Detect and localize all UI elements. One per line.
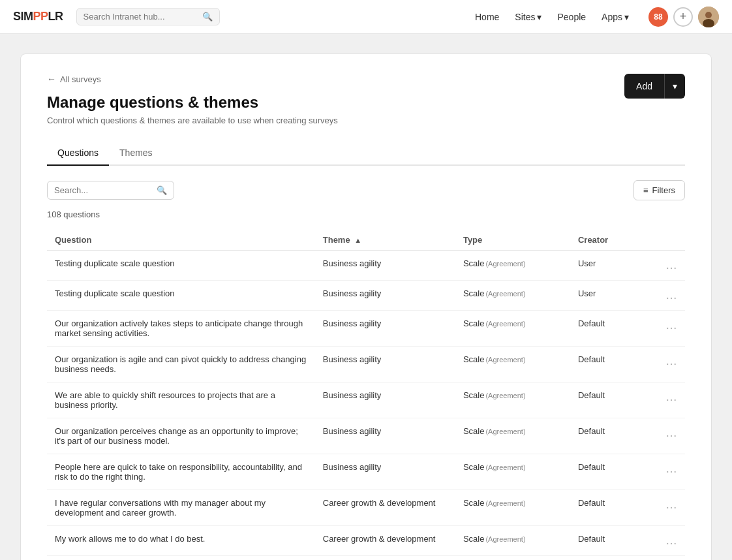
cell-type-2: Scale(Agreement) (455, 311, 570, 347)
table-row: We are able to quickly shift resources t… (47, 382, 685, 418)
col-header-creator: Creator (570, 230, 647, 251)
table-row: Testing duplicate scale question Busines… (47, 251, 685, 281)
theme-sort-icon: ▲ (354, 236, 361, 244)
row-actions-3[interactable]: … (647, 347, 685, 382)
cell-question-8: My work allows me to do what I do best. (47, 526, 315, 556)
cell-type-3: Scale(Agreement) (455, 347, 570, 382)
cell-question-2: Our organization actively takes steps to… (47, 311, 315, 347)
cell-question-5: Our organization perceives change as an … (47, 418, 315, 454)
toolbar: 🔍 ≡ Filters (47, 180, 685, 200)
table-row: My work allows me to do what I do best. … (47, 526, 685, 556)
nav-sites[interactable]: Sites ▾ (508, 8, 548, 26)
cell-type-6: Scale(Agreement) (455, 454, 570, 490)
cell-type-1: Scale(Agreement) (455, 281, 570, 311)
cell-type-0: Scale(Agreement) (455, 251, 570, 281)
cell-question-7: I have regular conversations with my man… (47, 490, 315, 526)
notifications-badge[interactable]: 88 (648, 7, 668, 27)
cell-creator-8: Default (570, 526, 647, 556)
cell-theme-7: Career growth & development (315, 490, 455, 526)
table-header-row: Question Theme ▲ Type Creator (47, 230, 685, 251)
svg-point-1 (705, 12, 712, 18)
questions-table: Question Theme ▲ Type Creator Testing du… (47, 230, 685, 560)
add-button[interactable]: Add ▾ (624, 74, 685, 99)
cell-theme-5: Business agility (315, 418, 455, 454)
cell-theme-8: Career growth & development (315, 526, 455, 556)
cell-type-8: Scale(Agreement) (455, 526, 570, 556)
cell-creator-6: Default (570, 454, 647, 490)
add-button-label: Add (624, 81, 664, 91)
cell-theme-3: Business agility (315, 347, 455, 382)
search-icon: 🔍 (157, 185, 167, 195)
cell-question-3: Our organization is agile and can pivot … (47, 347, 315, 382)
row-actions-9[interactable]: … (647, 556, 685, 561)
nav-people[interactable]: People (551, 8, 592, 26)
question-count: 108 questions (47, 210, 685, 219)
cell-question-1: Testing duplicate scale question (47, 281, 315, 311)
cell-question-0: Testing duplicate scale question (47, 251, 315, 281)
row-actions-0[interactable]: … (647, 251, 685, 281)
cell-question-4: We are able to quickly shift resources t… (47, 382, 315, 418)
row-actions-6[interactable]: … (647, 454, 685, 490)
breadcrumb[interactable]: ← All surveys (47, 74, 338, 84)
row-actions-4[interactable]: … (647, 382, 685, 418)
row-actions-1[interactable]: … (647, 281, 685, 311)
table-row: I have regular conversations with my man… (47, 490, 685, 526)
cell-type-4: Scale(Agreement) (455, 382, 570, 418)
apps-caret-icon: ▾ (624, 12, 629, 22)
create-button[interactable]: + (673, 7, 693, 27)
col-header-theme[interactable]: Theme ▲ (315, 230, 455, 251)
cell-type-7: Scale(Agreement) (455, 490, 570, 526)
table-row: I am satisfied with the learning and dev… (47, 556, 685, 561)
row-actions-2[interactable]: … (647, 311, 685, 347)
cell-creator-4: Default (570, 382, 647, 418)
col-header-actions (647, 230, 685, 251)
page-title: Manage questions & themes (47, 93, 338, 112)
row-actions-5[interactable]: … (647, 418, 685, 454)
col-header-question: Question (47, 230, 315, 251)
logo[interactable]: SIMPPLR (13, 10, 63, 23)
cell-question-6: People here are quick to take on respons… (47, 454, 315, 490)
topnav-actions: 88 + (648, 7, 719, 27)
user-avatar[interactable] (698, 7, 719, 27)
cell-theme-2: Business agility (315, 311, 455, 347)
tabs-container: Questions Themes (47, 141, 685, 166)
breadcrumb-arrow-icon: ← (47, 74, 56, 84)
topnav-search-icon: 🔍 (202, 12, 213, 22)
header-actions: Add ▾ (624, 74, 685, 99)
search-input[interactable] (54, 185, 151, 195)
topnav: SIMPPLR 🔍 Home Sites ▾ People Apps ▾ 88 … (0, 0, 732, 34)
cell-creator-0: User (570, 251, 647, 281)
table-row: Our organization actively takes steps to… (47, 311, 685, 347)
cell-creator-9: Default (570, 556, 647, 561)
nav-home[interactable]: Home (468, 8, 506, 26)
add-button-caret-icon: ▾ (665, 81, 685, 91)
cell-theme-4: Business agility (315, 382, 455, 418)
filters-label: Filters (652, 185, 675, 195)
filters-button[interactable]: ≡ Filters (633, 180, 685, 200)
cell-theme-0: Business agility (315, 251, 455, 281)
nav-apps[interactable]: Apps ▾ (595, 8, 635, 26)
tab-questions[interactable]: Questions (47, 141, 109, 166)
cell-theme-1: Business agility (315, 281, 455, 311)
page-subtitle: Control which questions & themes are ava… (47, 116, 338, 125)
page-header: ← All surveys Manage questions & themes … (47, 74, 685, 141)
row-actions-8[interactable]: … (647, 526, 685, 556)
search-box: 🔍 (47, 181, 174, 200)
row-actions-7[interactable]: … (647, 490, 685, 526)
topnav-links: Home Sites ▾ People Apps ▾ (468, 8, 635, 26)
tab-themes[interactable]: Themes (109, 141, 163, 166)
cell-type-9: Scale(Agreement) (455, 556, 570, 561)
cell-question-9: I am satisfied with the learning and dev… (47, 556, 315, 561)
cell-theme-6: Business agility (315, 454, 455, 490)
cell-creator-1: User (570, 281, 647, 311)
topnav-search-input[interactable] (84, 12, 198, 22)
col-header-type: Type (455, 230, 570, 251)
header-left: ← All surveys Manage questions & themes … (47, 74, 338, 141)
page-container: ← All surveys Manage questions & themes … (20, 54, 712, 560)
cell-type-5: Scale(Agreement) (455, 418, 570, 454)
table-row: Our organization perceives change as an … (47, 418, 685, 454)
topnav-search-container: 🔍 (76, 8, 220, 25)
table-row: People here are quick to take on respons… (47, 454, 685, 490)
cell-creator-7: Default (570, 490, 647, 526)
filter-icon: ≡ (643, 185, 648, 195)
